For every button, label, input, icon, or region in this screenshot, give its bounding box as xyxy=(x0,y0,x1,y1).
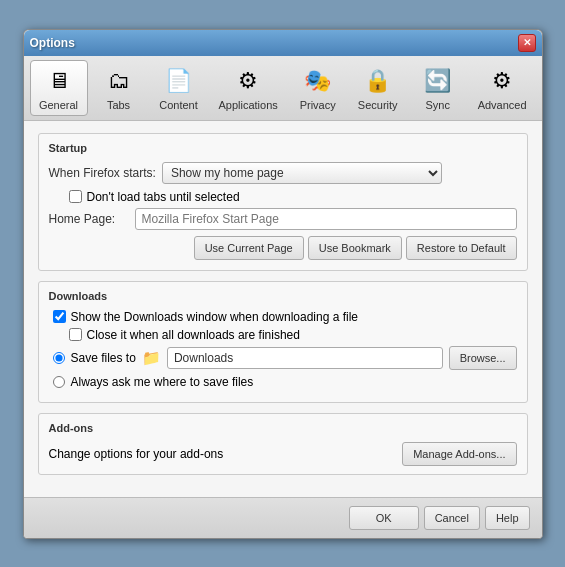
addons-section: Add-ons Change options for your add-ons … xyxy=(38,413,528,475)
save-files-label: Save files to xyxy=(71,351,136,365)
manage-addons-button[interactable]: Manage Add-ons... xyxy=(402,442,516,466)
ok-button[interactable]: OK xyxy=(349,506,419,530)
tab-advanced[interactable]: ⚙ Advanced xyxy=(469,60,536,116)
titlebar: Options ✕ xyxy=(24,30,542,56)
addons-row: Change options for your add-ons Manage A… xyxy=(49,442,517,466)
tab-applications[interactable]: ⚙ Applications xyxy=(210,60,287,116)
help-button[interactable]: Help xyxy=(485,506,530,530)
tab-advanced-label: Advanced xyxy=(478,99,527,111)
tab-security[interactable]: 🔒 Security xyxy=(349,60,407,116)
close-downloads-checkbox[interactable] xyxy=(69,328,82,341)
dont-load-tabs-checkbox[interactable] xyxy=(69,190,82,203)
applications-icon: ⚙ xyxy=(232,65,264,97)
save-files-radio[interactable] xyxy=(53,352,65,364)
startup-select[interactable]: Show my home page Show a blank page Show… xyxy=(162,162,442,184)
homepage-input[interactable] xyxy=(135,208,517,230)
tab-tabs-label: Tabs xyxy=(107,99,130,111)
use-bookmark-button[interactable]: Use Bookmark xyxy=(308,236,402,260)
show-downloads-checkbox[interactable] xyxy=(53,310,66,323)
options-window: Options ✕ 🖥 General 🗂 Tabs 📄 Content ⚙ A… xyxy=(23,29,543,539)
restore-to-default-button[interactable]: Restore to Default xyxy=(406,236,517,260)
tab-security-label: Security xyxy=(358,99,398,111)
downloads-path-input[interactable] xyxy=(167,347,443,369)
tab-content-label: Content xyxy=(159,99,198,111)
general-icon: 🖥 xyxy=(43,65,75,97)
tab-sync-label: Sync xyxy=(425,99,449,111)
browse-button[interactable]: Browse... xyxy=(449,346,517,370)
advanced-icon: ⚙ xyxy=(486,65,518,97)
downloads-title: Downloads xyxy=(49,290,517,302)
content-icon: 📄 xyxy=(163,65,195,97)
tab-general-label: General xyxy=(39,99,78,111)
close-downloads-label: Close it when all downloads are finished xyxy=(87,328,300,342)
main-content: Startup When Firefox starts: Show my hom… xyxy=(24,121,542,497)
addons-description: Change options for your add-ons xyxy=(49,447,224,461)
privacy-icon: 🎭 xyxy=(302,65,334,97)
dont-load-tabs-label: Don't load tabs until selected xyxy=(87,190,240,204)
startup-row: When Firefox starts: Show my home page S… xyxy=(49,162,517,184)
startup-section: Startup When Firefox starts: Show my hom… xyxy=(38,133,528,271)
close-button[interactable]: ✕ xyxy=(518,34,536,52)
save-files-row: Save files to 📁 Browse... xyxy=(49,346,517,370)
always-ask-label: Always ask me where to save files xyxy=(71,375,254,389)
tab-general[interactable]: 🖥 General xyxy=(30,60,88,116)
cancel-button[interactable]: Cancel xyxy=(424,506,480,530)
show-downloads-row: Show the Downloads window when downloadi… xyxy=(49,310,517,324)
close-downloads-row: Close it when all downloads are finished xyxy=(49,328,517,342)
folder-icon: 📁 xyxy=(142,349,161,367)
tab-privacy[interactable]: 🎭 Privacy xyxy=(289,60,347,116)
bottom-bar: OK Cancel Help xyxy=(24,497,542,538)
security-icon: 🔒 xyxy=(362,65,394,97)
homepage-label: Home Page: xyxy=(49,212,129,226)
always-ask-row: Always ask me where to save files xyxy=(49,375,517,389)
addons-title: Add-ons xyxy=(49,422,517,434)
tab-content[interactable]: 📄 Content xyxy=(150,60,208,116)
homepage-buttons: Use Current Page Use Bookmark Restore to… xyxy=(49,236,517,260)
tab-sync[interactable]: 🔄 Sync xyxy=(409,60,467,116)
window-title: Options xyxy=(30,36,75,50)
tabs-icon: 🗂 xyxy=(103,65,135,97)
show-downloads-label: Show the Downloads window when downloadi… xyxy=(71,310,359,324)
startup-label: When Firefox starts: xyxy=(49,166,156,180)
downloads-section: Downloads Show the Downloads window when… xyxy=(38,281,528,403)
use-current-page-button[interactable]: Use Current Page xyxy=(194,236,304,260)
dont-load-tabs-row: Don't load tabs until selected xyxy=(49,190,517,204)
sync-icon: 🔄 xyxy=(422,65,454,97)
tab-tabs[interactable]: 🗂 Tabs xyxy=(90,60,148,116)
toolbar: 🖥 General 🗂 Tabs 📄 Content ⚙ Application… xyxy=(24,56,542,121)
startup-title: Startup xyxy=(49,142,517,154)
always-ask-radio[interactable] xyxy=(53,376,65,388)
tab-applications-label: Applications xyxy=(218,99,277,111)
homepage-row: Home Page: xyxy=(49,208,517,230)
tab-privacy-label: Privacy xyxy=(300,99,336,111)
